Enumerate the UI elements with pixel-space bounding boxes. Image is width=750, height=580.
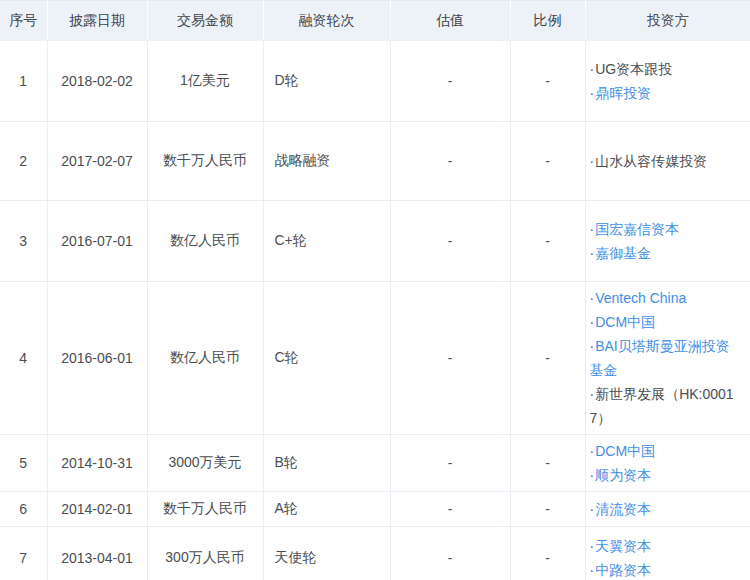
table-row: 52014-10-313000万美元B轮--·DCM中国·顺为资本 <box>0 435 750 492</box>
investor-link[interactable]: 清流资本 <box>595 501 651 517</box>
investor-link[interactable]: 国宏嘉信资本 <box>595 221 679 237</box>
funding-rounds-table: 序号披露日期交易金额融资轮次估值比例投资方 12018-02-021亿美元D轮-… <box>0 0 750 580</box>
investor-name: 山水从容传媒投资 <box>595 153 707 169</box>
investors-cell: ·UG资本跟投·鼎晖投资 <box>585 41 750 122</box>
investor-name: UG资本跟投 <box>595 61 672 77</box>
disclosure-date-cell: 2016-07-01 <box>47 201 147 282</box>
column-header-valuation: 估值 <box>390 1 510 41</box>
bullet-icon: · <box>590 443 595 459</box>
investor-link[interactable]: DCM中国 <box>595 314 655 330</box>
row-index-cell: 7 <box>0 527 47 580</box>
column-header-round: 融资轮次 <box>263 1 390 41</box>
bullet-icon: · <box>590 85 595 101</box>
funding-round-cell: 战略融资 <box>263 122 390 201</box>
ratio-cell: - <box>510 492 585 527</box>
investor-item: ·国宏嘉信资本 <box>590 217 743 241</box>
table-header: 序号披露日期交易金额融资轮次估值比例投资方 <box>0 1 750 41</box>
ratio-cell: - <box>510 122 585 201</box>
valuation-cell: - <box>390 527 510 580</box>
valuation-cell: - <box>390 122 510 201</box>
column-header-date: 披露日期 <box>47 1 147 41</box>
bullet-icon: · <box>590 338 595 354</box>
funding-round-cell: B轮 <box>263 435 390 492</box>
ratio-cell: - <box>510 41 585 122</box>
bullet-icon: · <box>590 386 595 402</box>
investors-cell: ·国宏嘉信资本·嘉御基金 <box>585 201 750 282</box>
ratio-cell: - <box>510 527 585 580</box>
investor-link[interactable]: Ventech China <box>595 290 686 306</box>
disclosure-date-cell: 2017-02-07 <box>47 122 147 201</box>
valuation-cell: - <box>390 435 510 492</box>
deal-amount-cell: 1亿美元 <box>147 41 263 122</box>
investors-cell: ·清流资本 <box>585 492 750 527</box>
table-row: 32016-07-01数亿人民币C+轮--·国宏嘉信资本·嘉御基金 <box>0 201 750 282</box>
investor-item: ·新世界发展（HK:00017） <box>590 382 743 430</box>
bullet-icon: · <box>590 61 595 77</box>
valuation-cell: - <box>390 492 510 527</box>
investor-item: ·鼎晖投资 <box>590 81 743 105</box>
table-row: 42016-06-01数亿人民币C轮--·Ventech China·DCM中国… <box>0 282 750 435</box>
valuation-cell: - <box>390 201 510 282</box>
table-body: 12018-02-021亿美元D轮--·UG资本跟投·鼎晖投资22017-02-… <box>0 41 750 580</box>
funding-round-cell: A轮 <box>263 492 390 527</box>
deal-amount-cell: 数亿人民币 <box>147 201 263 282</box>
row-index-cell: 3 <box>0 201 47 282</box>
bullet-icon: · <box>590 501 595 517</box>
ratio-cell: - <box>510 201 585 282</box>
deal-amount-cell: 300万人民币 <box>147 527 263 580</box>
investors-cell: ·天翼资本·中路资本 <box>585 527 750 580</box>
deal-amount-cell: 数亿人民币 <box>147 282 263 435</box>
deal-amount-cell: 数千万人民币 <box>147 492 263 527</box>
bullet-icon: · <box>590 538 595 554</box>
investors-cell: ·Ventech China·DCM中国·BAI贝塔斯曼亚洲投资基金·新世界发展… <box>585 282 750 435</box>
investor-item: ·UG资本跟投 <box>590 57 743 81</box>
investor-link[interactable]: DCM中国 <box>595 443 655 459</box>
table-row: 62014-02-01数千万人民币A轮--·清流资本 <box>0 492 750 527</box>
ratio-cell: - <box>510 435 585 492</box>
bullet-icon: · <box>590 245 595 261</box>
investor-link[interactable]: 鼎晖投资 <box>595 85 651 101</box>
row-index-cell: 5 <box>0 435 47 492</box>
investor-item: ·DCM中国 <box>590 310 743 334</box>
investor-link[interactable]: 嘉御基金 <box>595 245 651 261</box>
deal-amount-cell: 3000万美元 <box>147 435 263 492</box>
investor-item: ·清流资本 <box>590 497 743 521</box>
funding-round-cell: C轮 <box>263 282 390 435</box>
column-header-amount: 交易金额 <box>147 1 263 41</box>
row-index-cell: 6 <box>0 492 47 527</box>
funding-round-cell: C+轮 <box>263 201 390 282</box>
row-index-cell: 2 <box>0 122 47 201</box>
disclosure-date-cell: 2014-02-01 <box>47 492 147 527</box>
header-row: 序号披露日期交易金额融资轮次估值比例投资方 <box>0 1 750 41</box>
investor-link[interactable]: 天翼资本 <box>595 538 651 554</box>
investor-item: ·顺为资本 <box>590 463 743 487</box>
bullet-icon: · <box>590 562 595 578</box>
investor-item: ·BAI贝塔斯曼亚洲投资基金 <box>590 334 743 382</box>
ratio-cell: - <box>510 282 585 435</box>
bullet-icon: · <box>590 153 595 169</box>
investor-link[interactable]: BAI贝塔斯曼亚洲投资基金 <box>590 338 730 378</box>
bullet-icon: · <box>590 290 595 306</box>
bullet-icon: · <box>590 314 595 330</box>
investor-link[interactable]: 顺为资本 <box>595 467 651 483</box>
bullet-icon: · <box>590 221 595 237</box>
investor-item: ·山水从容传媒投资 <box>590 149 743 173</box>
column-header-ratio: 比例 <box>510 1 585 41</box>
table-row: 72013-04-01300万人民币天使轮--·天翼资本·中路资本 <box>0 527 750 580</box>
investors-cell: ·DCM中国·顺为资本 <box>585 435 750 492</box>
disclosure-date-cell: 2016-06-01 <box>47 282 147 435</box>
investor-item: ·Ventech China <box>590 286 743 310</box>
deal-amount-cell: 数千万人民币 <box>147 122 263 201</box>
row-index-cell: 1 <box>0 41 47 122</box>
investor-item: ·嘉御基金 <box>590 241 743 265</box>
valuation-cell: - <box>390 282 510 435</box>
investor-item: ·中路资本 <box>590 558 743 580</box>
investor-link[interactable]: 中路资本 <box>595 562 651 578</box>
disclosure-date-cell: 2013-04-01 <box>47 527 147 580</box>
table-row: 12018-02-021亿美元D轮--·UG资本跟投·鼎晖投资 <box>0 41 750 122</box>
investor-name: 新世界发展（HK:00017） <box>590 386 734 426</box>
valuation-cell: - <box>390 41 510 122</box>
funding-round-cell: 天使轮 <box>263 527 390 580</box>
bullet-icon: · <box>590 467 595 483</box>
disclosure-date-cell: 2018-02-02 <box>47 41 147 122</box>
